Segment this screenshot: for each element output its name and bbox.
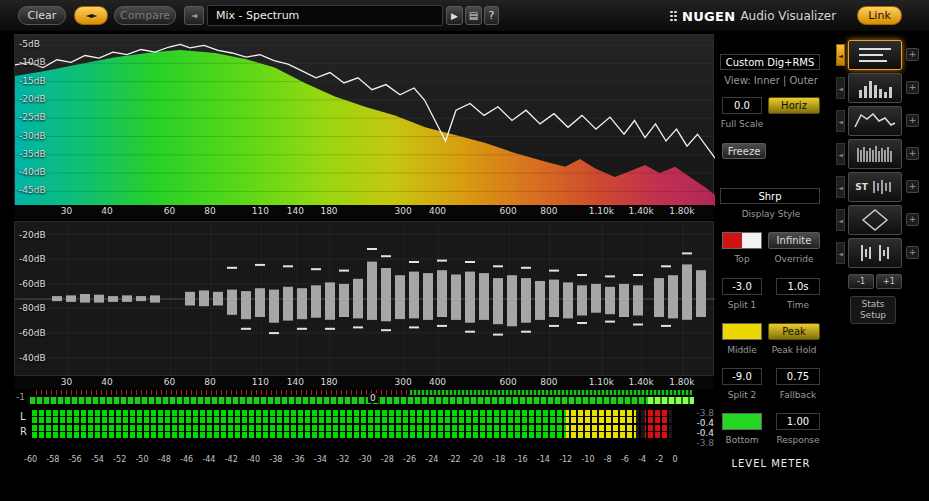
meter-scale-label: 0 [673,455,678,464]
preset-list-icon[interactable]: ▤ [465,6,482,25]
split2-label: Split 2 [722,390,762,400]
add-view-icon[interactable]: + [906,246,919,259]
split1-field[interactable]: -3.0 [722,278,762,295]
right-level-meter [32,425,672,438]
preset-tab-icon[interactable]: ◄ [836,44,845,66]
add-view-icon[interactable]: + [906,81,919,94]
infinite-button[interactable]: Infinite [768,232,820,249]
level-meter-title: LEVEL METER [718,458,824,469]
preset-button-vectorscope[interactable] [848,205,902,235]
preset-tab-icon[interactable]: ◄ [836,242,845,264]
bottom-color-swatch[interactable] [722,413,762,430]
add-view-icon[interactable]: + [906,213,919,226]
freq-label: 300 [395,206,412,216]
prev-preset-button[interactable]: ◄ [184,6,204,25]
freq-label: 140 [287,377,304,387]
meter-scale-label: -2 [655,455,663,464]
meter-scale-label: -60 [24,455,37,464]
meter-scale-label: -36 [292,455,305,464]
peak-hold-label: Peak Hold [768,345,820,355]
freq-label: 600 [500,377,517,387]
middle-color-swatch[interactable] [722,323,762,340]
preset-tab-icon[interactable]: ◄ [836,209,845,231]
fallback-field[interactable]: 0.75 [776,368,820,385]
stereo-label: ST [855,182,868,192]
preset-tab-icon[interactable]: ◄ [836,77,845,99]
add-view-icon[interactable]: + [906,180,919,193]
meter-scale-label: -12 [559,455,572,464]
bottom-label: Bottom [722,435,762,445]
preset-button-spectrum[interactable] [848,106,902,136]
split2-field[interactable]: -9.0 [722,368,762,385]
histogram-graph [15,222,715,377]
meter-list-icon [853,43,897,67]
spectrum-frequency-scale: 304060801101401803004006008001.10k1.40k1… [14,205,714,219]
top-label: Top [722,254,762,264]
preset-slot-5: ◄ ST + [836,172,928,202]
freq-label: 1.40k [629,377,654,387]
full-scale-field[interactable]: 0.0 [722,97,762,114]
view-preset-column: ◄ + ◄ + ◄ + ◄ + [836,34,928,494]
horiz-button[interactable]: Horiz [768,97,820,114]
add-view-icon[interactable]: + [906,114,919,127]
response-label: Response [776,435,820,445]
minus-one-button[interactable]: -1 [848,274,874,289]
correlation-min-label: -1 [16,392,25,402]
nugen-logo: NUGEN Audio Visualizer [670,7,836,25]
preset-button-histogram[interactable] [848,73,902,103]
freq-label: 30 [61,377,72,387]
fallback-label: Fallback [776,390,820,400]
response-field[interactable]: 1.00 [776,413,820,430]
play-icon[interactable]: ▶ [446,6,463,25]
preset-tab-icon[interactable]: ◄ [836,176,845,198]
stats-setup-button[interactable]: Stats Setup [850,296,896,324]
preset-button-mini-meters[interactable] [848,238,902,268]
full-scale-label: Full Scale [718,119,766,129]
correlation-zero-label: 0 [368,393,378,403]
meter-scale-label: -16 [515,455,528,464]
freq-label: 40 [101,377,112,387]
spectrum-graph [15,35,715,206]
spectrum-db-label: -35dB [19,149,46,160]
freq-label: 30 [61,206,72,216]
freq-label: 1.80k [669,377,694,387]
meter-mode-select[interactable]: Custom Dig+RMS [720,54,820,70]
preset-button-stereo[interactable]: ST [848,172,902,202]
freeze-button[interactable]: Freeze [722,143,766,159]
plus-one-button[interactable]: +1 [876,274,902,289]
time-field[interactable]: 1.0s [776,278,820,295]
toolbar: Clear ◄► Compare ◄ Mix - Spectrum ▶ ▤ ? … [0,0,929,32]
preset-tab-icon[interactable]: ◄ [836,143,845,165]
help-button[interactable]: ? [484,6,499,25]
preset-tab-icon[interactable]: ◄ [836,110,845,132]
histogram-db-label: -20dB [19,230,46,241]
middle-label: Middle [722,345,762,355]
add-view-icon[interactable]: + [906,147,919,160]
compare-button[interactable]: Compare [114,6,176,25]
preset-select[interactable]: Mix - Spectrum [207,5,443,26]
split1-label: Split 1 [722,300,762,310]
add-view-icon[interactable]: + [906,48,919,61]
preset-slot-7: ◄ + [836,238,928,268]
override-label: Override [768,254,820,264]
swap-arrows-button[interactable]: ◄► [74,6,108,25]
preset-select-value: Mix - Spectrum [216,9,299,22]
link-button[interactable]: Link [857,6,902,25]
freq-label: 80 [204,206,215,216]
histogram-db-label: -60dB [19,328,46,339]
stats-setup-line2: Setup [851,310,895,321]
clear-button[interactable]: Clear [18,6,66,25]
meter-scale-label: -28 [381,455,394,464]
preset-button-spectrogram[interactable] [848,139,902,169]
top-color-swatch[interactable] [722,232,762,249]
meter-scale-label: -54 [91,455,104,464]
peak-button[interactable]: Peak [768,323,820,340]
meter-scale-label: -14 [537,455,550,464]
freq-label: 140 [287,206,304,216]
meter-scale-label: -30 [358,455,371,464]
display-style-select[interactable]: Shrp [720,188,820,204]
meter-scale-label: -6 [621,455,629,464]
spectrogram-icon [853,142,897,166]
spectrum-db-label: -40dB [19,167,46,178]
preset-button-level-list[interactable] [848,40,902,70]
